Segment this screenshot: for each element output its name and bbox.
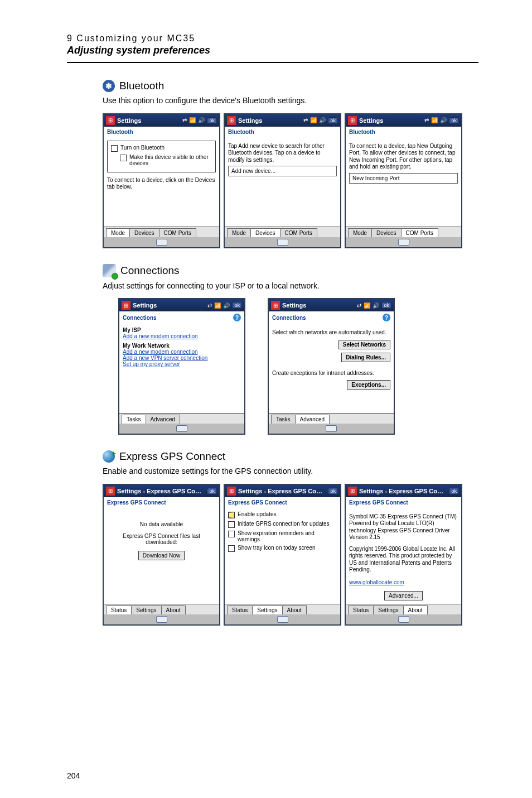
work-add-vpn-link[interactable]: Add a new VPN server connection [123,355,241,361]
bluetooth-screenshot-comports: ⊞ Settings ⇄ 📶 🔊 ok Bluetooth To connect… [345,113,462,248]
keyboard-icon[interactable] [156,239,167,246]
tab-about[interactable]: About [161,605,186,614]
volume-icon[interactable]: 🔊 [373,302,379,309]
show-tray-icon-checkbox[interactable]: Show tray icon on today screen [228,545,337,552]
tab-settings[interactable]: Settings [131,605,161,614]
start-icon[interactable]: ⊞ [106,116,115,125]
chapter-number: 9 Customizing your MC35 [67,33,478,44]
tab-mode[interactable]: Mode [348,228,372,237]
keyboard-icon[interactable] [156,616,167,623]
tab-tasks[interactable]: Tasks [271,415,296,424]
tab-status[interactable]: Status [348,605,374,614]
connections-description: Adjust settings for connecting to your I… [103,281,478,292]
connectivity-icon[interactable]: ⇄ [182,117,187,123]
globallocate-link[interactable]: www.globallocate.com [349,579,458,585]
ok-button[interactable]: ok [232,302,242,309]
signal-icon[interactable]: 📶 [364,302,370,309]
isp-add-modem-link[interactable]: Add a new modem connection [123,333,241,339]
start-icon[interactable]: ⊞ [348,116,357,125]
titlebar: ⊞ Settings ⇄ 📶 🔊 ok [119,299,244,311]
titlebar-title: Settings - Express GPS Connect [359,488,447,494]
advanced-button[interactable]: Advanced... [384,591,423,600]
download-now-button[interactable]: Download Now [138,551,185,560]
tab-settings[interactable]: Settings [252,605,282,614]
enable-updates-checkbox[interactable]: Enable updates [228,511,337,518]
sip-bar[interactable] [104,237,219,247]
ok-button[interactable]: ok [449,117,459,124]
signal-icon[interactable]: 📶 [189,117,196,123]
gps-screenshot-settings: ⊞ Settings - Express GPS Connect ok Expr… [224,484,341,626]
sip-bar[interactable] [104,614,219,624]
tab-com-ports[interactable]: COM Ports [159,228,196,237]
tab-strip: Mode Devices COM Ports [104,227,219,237]
keyboard-icon[interactable] [326,425,337,432]
tab-devices[interactable]: Devices [371,228,402,237]
connectivity-icon[interactable]: ⇄ [357,302,361,309]
keyboard-icon[interactable] [277,616,288,623]
volume-icon[interactable]: 🔊 [198,117,205,123]
initiate-gprs-checkbox[interactable]: Initiate GPRS connection for updates [228,521,337,528]
connectivity-icon[interactable]: ⇄ [424,117,429,123]
work-proxy-link[interactable]: Set up my proxy server [123,361,241,367]
tab-devices[interactable]: Devices [129,228,159,237]
tab-com-ports[interactable]: COM Ports [401,228,438,237]
sip-bar[interactable] [269,424,394,434]
tab-advanced[interactable]: Advanced [146,415,180,424]
volume-icon[interactable]: 🔊 [223,302,230,309]
about-copyright-text: Copyright 1999-2006 Global Locate Inc. A… [349,546,458,574]
keyboard-icon[interactable] [398,616,409,623]
tab-about[interactable]: About [282,605,307,614]
tab-about[interactable]: About [403,605,428,614]
add-new-device-item[interactable]: Add new device... [228,166,337,176]
work-add-modem-link[interactable]: Add a new modem connection [123,349,241,355]
signal-icon[interactable]: 📶 [431,117,438,123]
ok-button[interactable]: ok [207,117,217,124]
sip-bar[interactable] [225,614,340,624]
start-icon[interactable]: ⊞ [348,487,357,496]
start-icon[interactable]: ⊞ [122,301,130,310]
start-icon[interactable]: ⊞ [106,487,115,496]
visible-to-others-checkbox[interactable]: Make this device visible to other device… [120,154,212,166]
sip-bar[interactable] [346,614,461,624]
tab-advanced[interactable]: Advanced [295,415,330,424]
sip-bar[interactable] [119,424,244,434]
tab-com-ports[interactable]: COM Ports [280,228,317,237]
sip-bar[interactable] [346,237,461,247]
panel-subhead: Bluetooth [346,127,461,137]
tab-mode[interactable]: Mode [227,228,251,237]
tab-status[interactable]: Status [227,605,253,614]
ok-button[interactable]: ok [328,117,338,124]
help-icon[interactable]: ? [233,314,241,321]
keyboard-icon[interactable] [277,239,288,246]
ok-button[interactable]: ok [328,488,338,494]
volume-icon[interactable]: 🔊 [440,117,447,123]
tab-settings[interactable]: Settings [373,605,403,614]
volume-icon[interactable]: 🔊 [319,117,326,123]
sip-bar[interactable] [225,237,340,247]
ok-button[interactable]: ok [381,302,391,309]
tab-mode[interactable]: Mode [106,228,130,237]
tab-devices[interactable]: Devices [250,228,280,237]
keyboard-icon[interactable] [176,425,187,432]
titlebar-title: Settings - Express GPS Connect [117,488,205,494]
connectivity-icon[interactable]: ⇄ [207,302,212,309]
connectivity-icon[interactable]: ⇄ [303,117,308,123]
start-icon[interactable]: ⊞ [227,116,236,125]
exceptions-button[interactable]: Exceptions... [347,380,390,390]
tab-tasks[interactable]: Tasks [122,415,146,424]
tab-status[interactable]: Status [106,605,132,614]
help-icon[interactable]: ? [383,314,390,321]
start-icon[interactable]: ⊞ [271,301,280,310]
keyboard-icon[interactable] [398,239,409,246]
signal-icon[interactable]: 📶 [214,302,221,309]
select-networks-button[interactable]: Select Networks [338,340,390,349]
ok-button[interactable]: ok [207,488,217,494]
turn-on-bluetooth-checkbox[interactable]: Turn on Bluetooth [111,145,212,152]
ok-button[interactable]: ok [449,488,459,494]
new-incoming-port-item[interactable]: New Incoming Port [349,173,458,184]
signal-icon[interactable]: 📶 [310,117,317,123]
start-icon[interactable]: ⊞ [227,487,236,496]
show-expiration-checkbox[interactable]: Show expiration reminders and warnings [228,530,337,542]
titlebar-title: Settings - Express GPS Connect [238,488,326,494]
dialing-rules-button[interactable]: Dialing Rules... [341,353,390,362]
